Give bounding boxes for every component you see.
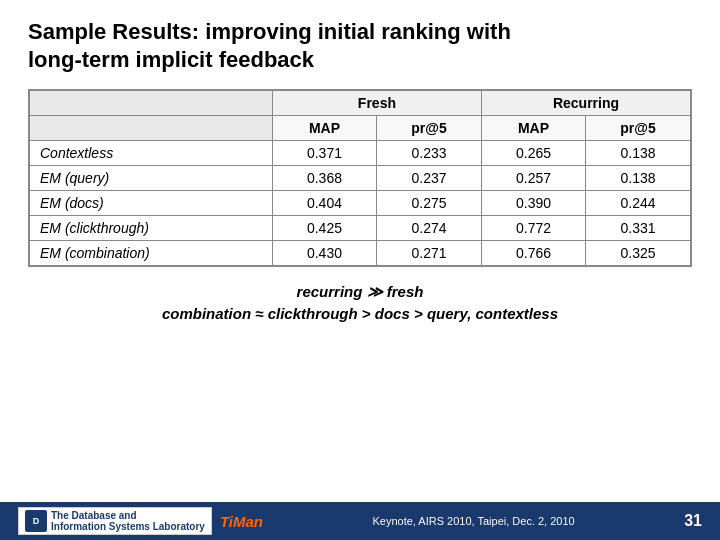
slide-title: Sample Results: improving initial rankin… xyxy=(28,18,692,73)
empty-subheader xyxy=(30,116,273,141)
row-label: Contextless xyxy=(30,141,273,166)
cell-value: 0.138 xyxy=(586,166,691,191)
title-line1: Sample Results: improving initial rankin… xyxy=(28,19,511,44)
fresh-map-header: MAP xyxy=(272,116,376,141)
cell-value: 0.325 xyxy=(586,241,691,266)
empty-header xyxy=(30,91,273,116)
bottom-bar: D The Database and Information Systems L… xyxy=(0,502,720,540)
title-line2: long-term implicit feedback xyxy=(28,47,314,72)
cell-value: 0.371 xyxy=(272,141,376,166)
recurring-map-header: MAP xyxy=(481,116,585,141)
cell-value: 0.275 xyxy=(377,191,482,216)
cell-value: 0.430 xyxy=(272,241,376,266)
cell-value: 0.233 xyxy=(377,141,482,166)
row-label: EM (clickthrough) xyxy=(30,216,273,241)
cell-value: 0.425 xyxy=(272,216,376,241)
cell-value: 0.271 xyxy=(377,241,482,266)
dais-logo-text: The Database and Information Systems Lab… xyxy=(51,510,205,532)
cell-value: 0.772 xyxy=(481,216,585,241)
row-label: EM (docs) xyxy=(30,191,273,216)
results-table-wrapper: Fresh Recurring MAP pr@5 MAP pr@5 Contex… xyxy=(28,89,692,267)
results-table: Fresh Recurring MAP pr@5 MAP pr@5 Contex… xyxy=(29,90,691,266)
cell-value: 0.331 xyxy=(586,216,691,241)
recurring-pr5-header: pr@5 xyxy=(586,116,691,141)
cell-value: 0.244 xyxy=(586,191,691,216)
cell-value: 0.237 xyxy=(377,166,482,191)
keynote-text: Keynote, AIRS 2010, Taipei, Dec. 2, 2010 xyxy=(372,515,574,527)
footer-text: recurring ≫ fresh combination ≈ clickthr… xyxy=(28,283,692,322)
table-row: EM (docs)0.4040.2750.3900.244 xyxy=(30,191,691,216)
combination-line: combination ≈ clickthrough > docs > quer… xyxy=(28,305,692,322)
fresh-pr5-header: pr@5 xyxy=(377,116,482,141)
slide-container: Sample Results: improving initial rankin… xyxy=(0,0,720,540)
table-row: EM (query)0.3680.2370.2570.138 xyxy=(30,166,691,191)
row-label: EM (combination) xyxy=(30,241,273,266)
row-label: EM (query) xyxy=(30,166,273,191)
recurring-group-header: Recurring xyxy=(481,91,690,116)
table-row: EM (combination)0.4300.2710.7660.325 xyxy=(30,241,691,266)
cell-value: 0.368 xyxy=(272,166,376,191)
fresh-group-header: Fresh xyxy=(272,91,481,116)
cell-value: 0.138 xyxy=(586,141,691,166)
cell-value: 0.274 xyxy=(377,216,482,241)
table-row: Contextless0.3710.2330.2650.138 xyxy=(30,141,691,166)
slide-number: 31 xyxy=(684,512,702,530)
logos-area: D The Database and Information Systems L… xyxy=(18,507,263,535)
cell-value: 0.390 xyxy=(481,191,585,216)
recurring-fresh-line: recurring ≫ fresh xyxy=(28,283,692,301)
cell-value: 0.265 xyxy=(481,141,585,166)
cell-value: 0.766 xyxy=(481,241,585,266)
timan-logo: TiMan xyxy=(220,513,263,530)
table-row: EM (clickthrough)0.4250.2740.7720.331 xyxy=(30,216,691,241)
dais-logo: D The Database and Information Systems L… xyxy=(18,507,212,535)
cell-value: 0.257 xyxy=(481,166,585,191)
cell-value: 0.404 xyxy=(272,191,376,216)
